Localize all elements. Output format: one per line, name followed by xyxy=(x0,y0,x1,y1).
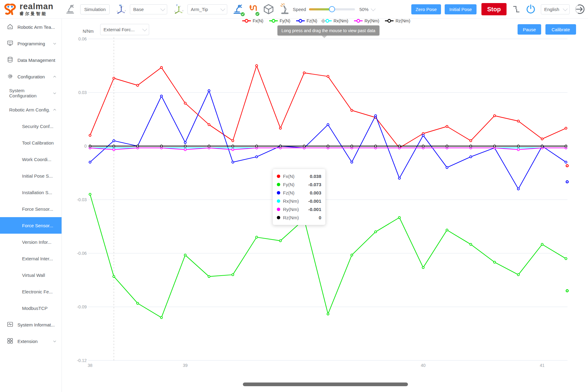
speed-arm-icon[interactable] xyxy=(279,3,291,15)
sidebar-item-system-informat[interactable]: System Informat... xyxy=(0,316,62,333)
data-point-rz-nm xyxy=(494,145,496,147)
sidebar-item-extension[interactable]: Extension xyxy=(0,333,62,349)
sidebar-item-security-conf[interactable]: Security Conf... xyxy=(0,118,62,134)
data-point-fx-n xyxy=(137,84,139,86)
data-point-rz-nm xyxy=(256,145,258,147)
legend-item-fy-n[interactable]: Fy(N) xyxy=(269,18,290,23)
tool-axes-icon[interactable]: T Y Z X xyxy=(172,3,184,15)
curve-type-select[interactable]: External Forc... xyxy=(100,24,149,35)
tooltip-series-label: Ry(Nm) xyxy=(283,207,299,212)
sidebar-item-system-configuration[interactable]: System Configuration xyxy=(0,85,62,101)
brand-name-cn: 睿尔曼智能 xyxy=(20,12,54,16)
sidebar-item-configuration[interactable]: Configuration xyxy=(0,68,62,85)
legend-item-fz-n[interactable]: Fz(N) xyxy=(296,18,317,23)
power-icon[interactable] xyxy=(526,4,536,14)
sidebar-item-external-inter[interactable]: External Inter... xyxy=(0,250,62,267)
data-point-fx-n xyxy=(184,102,186,104)
data-point-fy-n xyxy=(327,313,329,315)
legend-item-rx-nm[interactable]: Rx(Nm) xyxy=(323,18,348,23)
legend-marker-icon xyxy=(242,19,251,23)
y-axis-tick-label: 0.03 xyxy=(78,90,87,95)
initial-pose-button[interactable]: Initial Pose xyxy=(445,4,477,14)
sidebar-item-robotic-arm-tea[interactable]: Robotic Arm Tea... xyxy=(0,19,62,35)
speed-slider-knob[interactable] xyxy=(329,6,335,12)
data-point-fy-n xyxy=(208,275,210,277)
curve-type-value: External Forc... xyxy=(104,27,135,32)
joint-brackets-icon[interactable] xyxy=(512,5,521,13)
sidebar-item-electronic-fe[interactable]: Electronic Fe... xyxy=(0,283,62,300)
stop-button[interactable]: Stop xyxy=(481,3,507,15)
data-point-rz-nm xyxy=(470,145,472,147)
stop-label: Stop xyxy=(487,6,501,13)
top-toolbar: realman 睿尔曼智能 Simulation W Y Z X xyxy=(0,0,588,19)
sidebar-item-force-sensor-active[interactable]: Force Sensor... xyxy=(0,217,62,234)
data-point-fy-n xyxy=(541,243,543,245)
chart-legend: Fx(N) Fy(N) Fz(N) Rx(Nm) Ry(Nm) Rz(Nm) xyxy=(242,18,410,23)
speed-slider[interactable] xyxy=(309,8,355,10)
legend-item-ry-nm[interactable]: Ry(Nm) xyxy=(354,18,379,23)
data-point-rz-nm xyxy=(208,145,210,147)
arm-connected-icon[interactable] xyxy=(232,3,243,15)
language-select[interactable]: English xyxy=(541,4,570,14)
sidebar-item-robotic-arm-config[interactable]: Robotic Arm Config. xyxy=(0,101,62,118)
y-axis-tick-label: 0.06 xyxy=(78,36,87,41)
speed-label: Speed xyxy=(293,7,306,12)
sidebar-item-modbustcp[interactable]: ModbusTCP xyxy=(0,300,62,316)
sidebar-item-label: Version Infor... xyxy=(22,239,51,245)
sidebar-item-programming[interactable]: Programming xyxy=(0,35,62,52)
tool-frame-select[interactable]: Arm_Tip xyxy=(187,4,227,14)
simulation-mode-chip[interactable]: Simulation xyxy=(80,4,110,14)
series-color-dot xyxy=(277,199,280,203)
speed-percent-dropdown[interactable]: 50% xyxy=(359,7,374,12)
chevron-down-icon xyxy=(160,6,165,11)
data-point-fx-n xyxy=(208,124,210,126)
horizontal-scrollbar-thumb[interactable] xyxy=(243,383,408,386)
tooltip-series-label: Rz(Nm) xyxy=(283,215,299,220)
sidebar-item-label: Force Sensor... xyxy=(22,223,53,228)
data-point-rz-nm xyxy=(517,145,519,147)
sidebar-item-data-management[interactable]: Data Management xyxy=(0,52,62,68)
world-axes-icon[interactable]: W Y Z X xyxy=(115,3,127,15)
data-point-fy-n xyxy=(232,274,234,276)
sidebar-item-label: System Configuration xyxy=(9,88,53,98)
data-point-fz-n xyxy=(422,134,424,137)
data-point-rz-nm xyxy=(184,145,186,147)
sidebar-item-initial-pose-s[interactable]: Initial Pose S... xyxy=(0,168,62,184)
sidebar-item-installation-s[interactable]: Installation S... xyxy=(0,184,62,201)
data-point-fy-n xyxy=(351,254,353,256)
data-point-fx-n xyxy=(160,66,163,69)
x-axis-tick-label: 39 xyxy=(183,363,188,368)
sidebar-item-work-coordi[interactable]: Work Coordi... xyxy=(0,151,62,168)
data-point-fx-n xyxy=(470,140,472,142)
cube-icon[interactable] xyxy=(263,3,274,15)
tooltip-series-label: Rx(Nm) xyxy=(283,198,299,204)
tooltip-series-value: 0 xyxy=(319,215,321,220)
sidebar-item-virtual-wall[interactable]: Virtual Wall xyxy=(0,267,62,283)
y-axis-tick-label: -0.03 xyxy=(77,197,87,202)
data-point-fz-n xyxy=(232,161,234,163)
sidebar-item-force-sensor[interactable]: Force Sensor... xyxy=(0,201,62,217)
data-point-fz-n xyxy=(113,140,115,142)
legend-item-fx-n[interactable]: Fx(N) xyxy=(242,18,263,23)
sidebar-item-tool-calibration[interactable]: Tool Calibration xyxy=(0,134,62,151)
zero-pose-button[interactable]: Zero Pose xyxy=(411,4,441,14)
calibrate-button[interactable]: Calibrate xyxy=(545,24,576,35)
robot-arm-icon[interactable] xyxy=(65,4,75,15)
cable-connected-icon[interactable] xyxy=(248,4,258,15)
data-point-rz-nm xyxy=(232,145,234,147)
data-point-fz-n xyxy=(470,156,472,158)
sidebar-item-label: Virtual Wall xyxy=(22,273,45,278)
database-icon xyxy=(7,56,13,64)
base-frame-select[interactable]: Base xyxy=(130,4,167,14)
series-line-fz-n xyxy=(90,91,566,189)
data-point-fx-n xyxy=(303,72,305,74)
data-point-rz-nm xyxy=(398,145,401,147)
logout-icon[interactable] xyxy=(574,4,585,15)
legend-item-rz-nm[interactable]: Rz(Nm) xyxy=(385,18,410,23)
sidebar-item-version-infor[interactable]: Version Infor... xyxy=(0,234,62,250)
legend-marker-icon xyxy=(354,19,363,23)
pause-button[interactable]: Pause xyxy=(518,24,541,35)
tool-frame-value: Arm_Tip xyxy=(191,7,208,12)
data-point-fz-n xyxy=(351,161,353,163)
sidebar-item-label: Work Coordi... xyxy=(22,157,51,162)
